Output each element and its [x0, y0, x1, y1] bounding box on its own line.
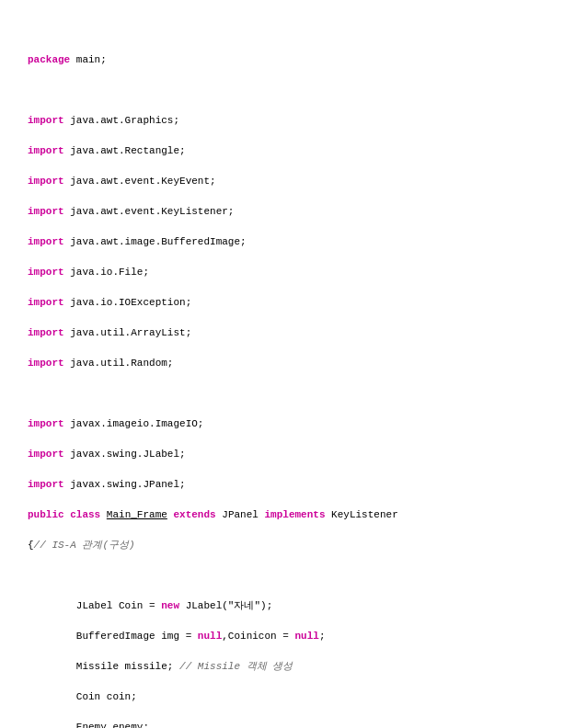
line-20: Enemy enemy;: [28, 720, 535, 729]
line-3: import java.awt.Rectangle;: [28, 143, 535, 159]
line-12: import javax.swing.JLabel;: [28, 447, 535, 462]
line-5: import java.awt.event.KeyListener;: [28, 204, 535, 220]
line-blank-3: [28, 568, 535, 584]
line-9: import java.util.ArrayList;: [28, 325, 535, 341]
line-14: public class Main_Frame extends JPanel i…: [28, 507, 535, 523]
line-6: import java.awt.image.BufferedImage;: [28, 234, 535, 250]
code-editor: package main; import java.awt.Graphics; …: [28, 37, 535, 728]
line-2: import java.awt.Graphics;: [28, 113, 535, 129]
line-blank-2: [28, 386, 535, 402]
line-15: {// IS-A 관계(구성): [28, 538, 535, 553]
line-blank-1: [28, 83, 535, 98]
line-7: import java.io.File;: [28, 265, 535, 280]
line-11: import javax.imageio.ImageIO;: [28, 416, 535, 432]
line-4: import java.awt.event.KeyEvent;: [28, 174, 535, 189]
line-13: import javax.swing.JPanel;: [28, 477, 535, 493]
line-16: JLabel Coin = new JLabel("자네");: [28, 598, 535, 614]
line-10: import java.util.Random;: [28, 356, 535, 371]
line-19: Coin coin;: [28, 689, 535, 705]
line-1: package main;: [28, 52, 535, 68]
line-17: BufferedImage img = null,Coinicon = null…: [28, 629, 535, 644]
line-18: Missile missile; // Missile 객체 생성: [28, 659, 535, 675]
line-8: import java.io.IOException;: [28, 295, 535, 311]
